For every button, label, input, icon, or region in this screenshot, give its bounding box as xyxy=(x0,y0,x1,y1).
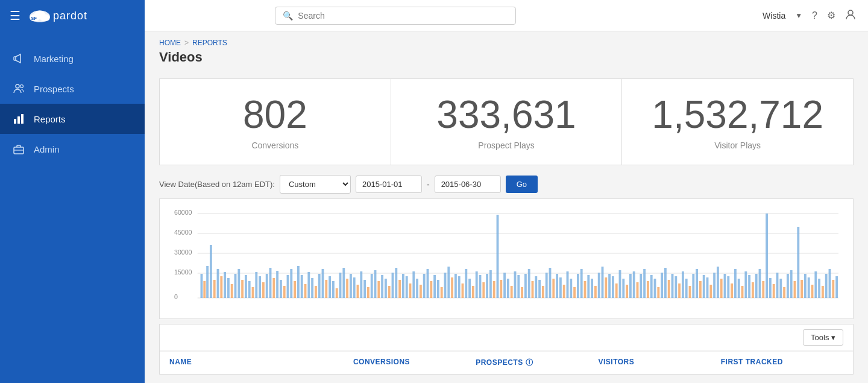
svg-rect-171 xyxy=(720,279,723,298)
svg-rect-65 xyxy=(350,274,352,298)
chart-icon xyxy=(12,112,25,125)
svg-rect-199 xyxy=(818,279,820,298)
th-conversions[interactable]: CONVERSIONS xyxy=(353,358,476,368)
svg-rect-93 xyxy=(447,267,450,298)
svg-rect-34 xyxy=(241,280,244,298)
th-visitors[interactable]: VISITORS xyxy=(598,358,720,368)
svg-rect-82 xyxy=(409,283,412,298)
help-icon[interactable]: ? xyxy=(812,10,817,21)
svg-rect-77 xyxy=(392,273,394,298)
svg-rect-71 xyxy=(371,274,373,298)
sidebar-item-prospects-label: Prospects xyxy=(34,84,74,94)
svg-rect-197 xyxy=(811,285,814,298)
svg-rect-43 xyxy=(272,278,275,298)
svg-rect-167 xyxy=(706,277,709,298)
prospect-plays-label: Prospect Plays xyxy=(403,141,610,150)
svg-rect-55 xyxy=(315,286,317,298)
go-button[interactable]: Go xyxy=(506,176,538,193)
org-dropdown-icon[interactable]: ▼ xyxy=(795,11,802,20)
svg-rect-193 xyxy=(797,227,799,298)
salesforce-logo: SF xyxy=(29,8,51,23)
svg-rect-130 xyxy=(577,274,579,298)
breadcrumb-home[interactable]: HOME xyxy=(159,39,181,47)
logo-area: SF pardot xyxy=(29,8,87,23)
svg-rect-181 xyxy=(755,274,758,298)
svg-rect-45 xyxy=(280,280,282,298)
svg-rect-151 xyxy=(650,275,653,298)
svg-rect-123 xyxy=(552,279,555,298)
svg-rect-110 xyxy=(507,279,509,298)
svg-rect-57 xyxy=(322,269,324,298)
end-date-input[interactable] xyxy=(435,176,501,193)
breadcrumb-separator: > xyxy=(184,39,189,47)
svg-rect-9 xyxy=(21,114,24,124)
tools-bar: Tools ▾ xyxy=(160,324,853,351)
svg-rect-56 xyxy=(318,274,321,298)
svg-rect-32 xyxy=(234,274,237,298)
settings-icon[interactable]: ⚙ xyxy=(827,10,835,21)
svg-rect-88 xyxy=(430,281,432,298)
svg-rect-191 xyxy=(790,270,793,298)
svg-rect-183 xyxy=(762,281,764,298)
svg-rect-125 xyxy=(559,277,562,298)
hamburger-icon[interactable]: ☰ xyxy=(10,8,20,23)
svg-rect-138 xyxy=(605,277,607,298)
svg-rect-102 xyxy=(479,275,482,298)
svg-rect-198 xyxy=(814,271,817,298)
svg-rect-204 xyxy=(835,276,838,298)
topbar-right: Wistia ▼ ? ⚙ xyxy=(763,9,856,22)
svg-rect-8 xyxy=(17,116,20,124)
th-name[interactable]: NAME xyxy=(169,358,353,368)
svg-rect-97 xyxy=(462,283,464,298)
svg-rect-70 xyxy=(367,287,370,298)
user-icon[interactable] xyxy=(845,9,856,22)
svg-rect-84 xyxy=(416,279,418,298)
svg-rect-35 xyxy=(245,275,247,298)
svg-rect-47 xyxy=(287,275,289,298)
svg-rect-22 xyxy=(201,274,203,298)
svg-rect-79 xyxy=(398,280,401,298)
svg-rect-150 xyxy=(647,281,649,298)
svg-rect-147 xyxy=(637,282,639,298)
svg-rect-27 xyxy=(217,269,219,298)
tools-button[interactable]: Tools ▾ xyxy=(803,329,843,346)
svg-rect-135 xyxy=(594,286,597,298)
svg-rect-166 xyxy=(703,275,705,298)
svg-rect-177 xyxy=(741,286,744,298)
sidebar-item-reports-label: Reports xyxy=(34,114,66,124)
table-area: Tools ▾ NAME CONVERSIONS PROSPECTS ⓘ VIS… xyxy=(159,324,854,375)
svg-rect-148 xyxy=(640,274,642,298)
svg-rect-66 xyxy=(353,277,356,298)
svg-rect-176 xyxy=(738,279,740,298)
search-input[interactable] xyxy=(298,11,418,21)
svg-rect-58 xyxy=(325,280,327,298)
breadcrumb-reports[interactable]: REPORTS xyxy=(192,39,227,47)
start-date-input[interactable] xyxy=(356,176,422,193)
sidebar-item-prospects[interactable]: Prospects xyxy=(0,74,145,104)
stat-card-visitor-plays: 1,532,712 Visitor Plays xyxy=(621,78,854,165)
svg-rect-114 xyxy=(521,287,523,298)
svg-rect-128 xyxy=(570,279,572,298)
svg-rect-95 xyxy=(454,274,457,298)
svg-rect-81 xyxy=(406,276,408,298)
svg-rect-91 xyxy=(441,287,443,298)
sidebar-item-marketing[interactable]: Marketing xyxy=(0,43,145,74)
svg-rect-186 xyxy=(773,284,775,298)
svg-rect-179 xyxy=(748,275,750,298)
date-range-select[interactable]: Custom Last 7 Days Last 30 Days Last 90 … xyxy=(280,175,351,194)
th-prospects[interactable]: PROSPECTS ⓘ xyxy=(476,358,598,368)
svg-rect-115 xyxy=(524,274,527,298)
svg-rect-41 xyxy=(266,274,268,298)
search-box[interactable]: 🔍 xyxy=(275,7,516,25)
svg-rect-30 xyxy=(227,278,230,298)
svg-rect-121 xyxy=(546,273,548,298)
sidebar-item-admin[interactable]: Admin xyxy=(0,134,145,164)
svg-rect-143 xyxy=(622,279,624,298)
svg-rect-72 xyxy=(374,270,377,298)
svg-rect-90 xyxy=(437,280,439,298)
sidebar-item-reports[interactable]: Reports xyxy=(0,104,145,134)
th-first-tracked[interactable]: FIRST TRACKED xyxy=(721,358,843,368)
svg-rect-190 xyxy=(787,274,789,298)
svg-rect-196 xyxy=(808,277,810,298)
svg-rect-164 xyxy=(696,269,698,298)
